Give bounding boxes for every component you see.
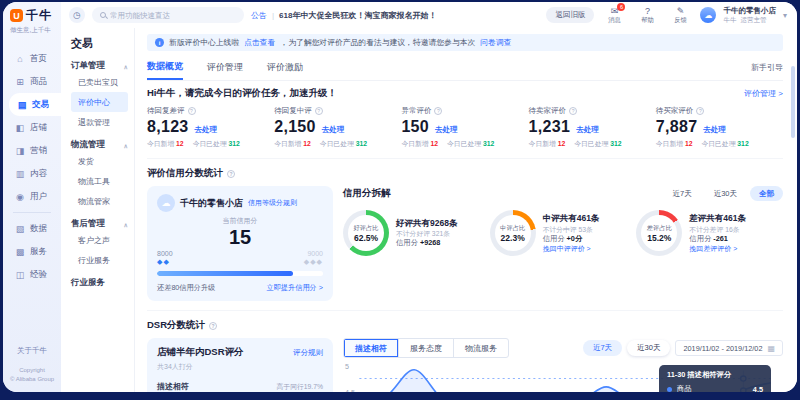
- vertical-scrollbar[interactable]: [791, 66, 795, 138]
- greeting-text: Hi牛牛，请完成今日的评价任务，加速升级！: [147, 87, 337, 100]
- metric-value: 2,150: [274, 118, 316, 136]
- submenu-item-sold-items[interactable]: 已卖出宝贝: [71, 72, 128, 92]
- sidebar-item-data[interactable]: ▧数据: [3, 217, 61, 240]
- tab-review-management[interactable]: 评价管理: [207, 55, 243, 79]
- sidebar-item-home[interactable]: ⌂首页: [3, 47, 61, 70]
- brand-name: 千牛: [26, 7, 52, 24]
- dsr-chart-panel: 描述相符 服务态度 物流服务 近7天 近30天 2019/11/02 - 201…: [343, 338, 783, 392]
- go-handle-link[interactable]: 去处理: [703, 125, 726, 135]
- range-7days-pill[interactable]: 近7天: [583, 340, 622, 356]
- search-input[interactable]: [110, 11, 236, 20]
- submenu-item-logistics-manager[interactable]: 物流管家: [71, 191, 128, 211]
- submenu-item-industry-services[interactable]: 行业服务: [71, 250, 128, 270]
- experience-icon: ◫: [15, 270, 25, 280]
- tab-description-match[interactable]: 描述相符: [344, 339, 398, 357]
- tab-review-incentive[interactable]: 评价激励: [267, 55, 303, 79]
- date-range-picker[interactable]: 2019/11/02 - 2019/12/02 ▦: [675, 340, 783, 356]
- group-label: 售后管理: [71, 218, 105, 230]
- tab-data-overview[interactable]: 数据概览: [147, 54, 183, 80]
- submenu-group-logistics[interactable]: 物流管理 ∧: [71, 139, 128, 151]
- about-qianniu-link[interactable]: 关于千牛: [3, 346, 61, 356]
- message-badge: 6: [617, 3, 625, 11]
- submenu-item-review-center[interactable]: 评价中心: [71, 92, 128, 112]
- breakdown-filters: 近7天 近30天 全部: [663, 186, 783, 201]
- tab-logistics-service[interactable]: 物流服务: [453, 339, 508, 357]
- recover-mid-review-link[interactable]: 挽回中评评价 >: [543, 244, 600, 253]
- sidebar-item-service[interactable]: ▩服务: [3, 240, 61, 263]
- diamond-rank-icon-current: ◆◆: [157, 258, 170, 266]
- sidebar-item-label: 经验: [30, 269, 47, 281]
- submenu-group-orders[interactable]: 订单管理 ∧: [71, 60, 128, 72]
- user-icon: ◉: [15, 192, 25, 202]
- boost-credit-link[interactable]: 立即提升信用分 >: [266, 283, 323, 293]
- sidebar-item-users[interactable]: ◉用户: [3, 185, 61, 208]
- go-handle-link[interactable]: 去处理: [435, 125, 458, 135]
- credit-progress-fill: [157, 271, 293, 276]
- dsr-metric-label: 描述相符: [157, 381, 189, 392]
- credit-section-title: 评价信用分数统计?: [147, 158, 783, 180]
- quick-search[interactable]: [92, 7, 244, 23]
- shop-icon: ◧: [15, 123, 25, 133]
- notice-view-link[interactable]: 点击查看: [244, 37, 275, 48]
- review-manage-link[interactable]: 评价管理 >: [744, 88, 783, 99]
- sidebar-item-goods[interactable]: ⊞商品: [3, 70, 61, 93]
- dsr-line-chart[interactable]: 54.5 11-30 描述相符评分 商品4.5 行业平均4.3: [343, 363, 783, 392]
- go-handle-link[interactable]: 去处理: [576, 125, 599, 135]
- sidebar-item-label: 商品: [30, 76, 47, 88]
- tab-service-attitude[interactable]: 服务态度: [398, 339, 453, 357]
- newbie-guide-link[interactable]: 新手引导: [751, 62, 783, 73]
- filter-all[interactable]: 全部: [750, 186, 783, 201]
- rail-bottom: 关于千牛 Copyright © Alibaba Group: [3, 346, 61, 392]
- dsr-card-title: 店铺半年内DSR评分: [157, 346, 244, 359]
- submenu-item-voice-of-customer[interactable]: 客户之声: [71, 230, 128, 250]
- sidebar-item-trade[interactable]: ▤交易: [9, 93, 61, 116]
- diamond-rank-icon-next: ◆◆◆: [304, 258, 323, 266]
- go-handle-link[interactable]: 去处理: [322, 125, 345, 135]
- page-tabs: 数据概览 评价管理 评价激励 新手引导: [147, 54, 783, 81]
- sidebar-item-marketing[interactable]: ◨营销: [3, 139, 61, 162]
- announce-text: 618年中大促全民狂欢！淘宝商家报名开始！: [279, 10, 436, 21]
- chevron-down-icon[interactable]: ▾: [783, 11, 787, 20]
- sidebar-item-shop[interactable]: ◧店铺: [3, 116, 61, 139]
- help-circle-icon: ?: [315, 107, 323, 115]
- notice-survey-link[interactable]: 问卷调查: [480, 37, 511, 48]
- credit-rule-link[interactable]: 信用等级分规则: [248, 198, 297, 208]
- help-button[interactable]: ? 帮助: [634, 6, 660, 25]
- submenu-item-logistics-tools[interactable]: 物流工具: [71, 171, 128, 191]
- back-to-old-version-button[interactable]: 返回旧版: [546, 7, 594, 23]
- announcement[interactable]: 公告 | 618年中大促全民狂欢！淘宝商家报名开始！: [251, 10, 436, 21]
- submenu-item-refunds[interactable]: 退款管理: [71, 112, 128, 132]
- group-label: 订单管理: [71, 60, 105, 72]
- submenu-item-shipping[interactable]: 发货: [71, 151, 128, 171]
- sidebar-item-content[interactable]: ▥内容: [3, 162, 61, 185]
- metric-label: 待回复差评: [147, 106, 185, 116]
- messages-button[interactable]: ✉ 消息 6: [601, 6, 627, 25]
- collapse-caret-icon: ∧: [124, 221, 128, 228]
- svg-text:4.5: 4.5: [345, 389, 355, 392]
- sidebar-item-experience[interactable]: ◫经验: [3, 263, 61, 286]
- credit-range-min: 8000: [157, 250, 173, 257]
- dsr-metric-tabs: 描述相符 服务态度 物流服务: [343, 338, 509, 358]
- sidebar-item-label: 营销: [30, 145, 47, 157]
- sidebar-item-label: 首页: [30, 53, 47, 65]
- recover-bad-review-link[interactable]: 挽回差评评价 >: [689, 244, 746, 253]
- data-icon: ▧: [15, 224, 25, 234]
- bad-review-donut-chart: 差评占比15.2%: [636, 210, 682, 256]
- user-avatar[interactable]: ☁: [700, 7, 716, 23]
- submenu-group-industry[interactable]: 行业服务: [71, 277, 128, 289]
- dsr-rule-link[interactable]: 评分规则: [293, 348, 323, 358]
- good-review-block: 好评占比62.5% 好评共有9268条 不计分好评 321条 信用分 +9268: [343, 210, 490, 256]
- left-nav-rail: U 千牛 做生意,上千牛 ⌂首页 ⊞商品 ▤交易 ◧店铺 ◨营销 ▥内容 ◉用户…: [3, 2, 61, 392]
- filter-30days[interactable]: 近30天: [705, 186, 746, 201]
- calendar-icon: ▦: [767, 344, 775, 353]
- range-30days-pill[interactable]: 近30天: [627, 340, 670, 356]
- metric-pending-seller-reviews: 待卖家评价? 1,231去处理 今日新增 12今日已处理 312: [529, 106, 656, 149]
- submenu-group-aftersales[interactable]: 售后管理 ∧: [71, 218, 128, 230]
- credit-range-max: 9000: [307, 250, 323, 257]
- metric-value: 8,123: [147, 118, 189, 136]
- go-handle-link[interactable]: 去处理: [195, 125, 218, 135]
- filter-7days[interactable]: 近7天: [663, 186, 700, 201]
- feedback-button[interactable]: ✎ 反馈: [667, 6, 693, 25]
- history-clock-icon[interactable]: ◷: [69, 7, 85, 23]
- message-label: 消息: [608, 16, 621, 25]
